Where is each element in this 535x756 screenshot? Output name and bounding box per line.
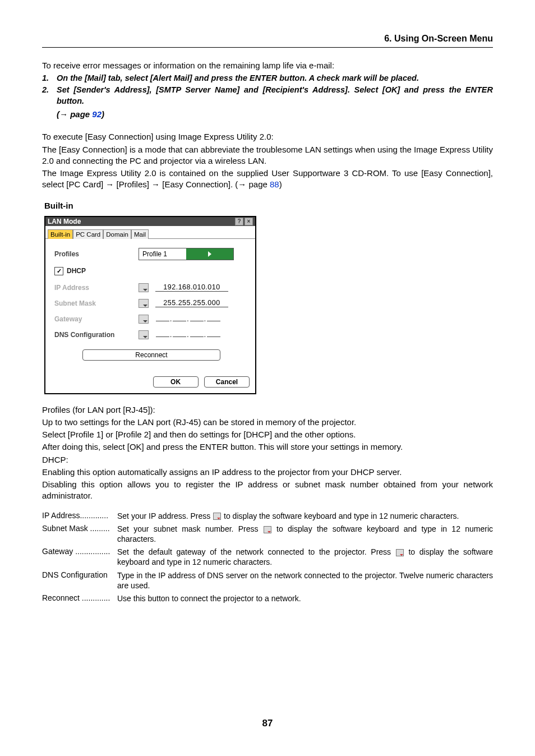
keyboard-icon[interactable]	[139, 330, 149, 339]
page-number: 87	[0, 718, 535, 729]
def-reconnect: Reconnect ............. Use this button …	[42, 593, 493, 603]
dhcp-heading-text: DHCP:	[42, 454, 493, 465]
subnet-label: Subnet Mask	[54, 299, 139, 307]
close-icon[interactable]: ×	[245, 218, 253, 225]
dialog-title-text: LAN Mode	[48, 218, 81, 225]
dns-label: DNS Configuration	[54, 331, 139, 339]
gateway-label: Gateway	[54, 315, 139, 323]
keyboard-icon[interactable]	[139, 299, 149, 308]
profiles-label: Profiles	[54, 250, 139, 258]
builtin-heading: Built-in	[44, 201, 493, 210]
profiles-select[interactable]: Profile 1	[139, 248, 234, 260]
dhcp-checkbox[interactable]	[54, 267, 63, 275]
dhcp-label: DHCP	[67, 267, 86, 275]
chevron-right-icon[interactable]	[186, 248, 233, 260]
easy-conn-cdrom: The Image Express Utility 2.0 is contain…	[42, 168, 493, 191]
def-gateway: Gateway ................ Set the default…	[42, 547, 493, 567]
profiles-line2: Select [Profile 1] or [Profile 2] and th…	[42, 429, 493, 440]
section-header: 6. Using On-Screen Menu	[42, 34, 493, 48]
tab-pccard[interactable]: PC Card	[73, 229, 103, 239]
def-dns: DNS Configuration Type in the IP address…	[42, 570, 493, 591]
easy-conn-intro: To execute [Easy Connection] using Image…	[42, 131, 493, 142]
tab-mail[interactable]: Mail	[131, 229, 149, 239]
lan-mode-dialog: LAN Mode ? × Built-in PC Card Domain Mai…	[44, 216, 256, 394]
keyboard-icon[interactable]	[139, 315, 149, 324]
profiles-heading: Profiles (for LAN port [RJ-45]):	[42, 404, 493, 416]
keyboard-icon[interactable]	[139, 283, 149, 292]
ok-button[interactable]: OK	[153, 376, 199, 388]
ip-label: IP Address	[54, 284, 139, 292]
dhcp-line2: Disabling this option allows you to regi…	[42, 479, 493, 502]
tab-builtin[interactable]: Built-in	[48, 229, 73, 239]
dns-value: ...	[155, 331, 221, 339]
gateway-value: ...	[155, 315, 221, 323]
step-2: 2.Set [Sender's Address], [SMTP Server N…	[42, 84, 493, 107]
keyboard-icon	[264, 526, 271, 533]
cancel-button[interactable]: Cancel	[204, 376, 250, 388]
easy-conn-desc: The [Easy Connection] is a mode that can…	[42, 144, 493, 167]
keyboard-icon	[213, 513, 221, 520]
profiles-value: Profile 1	[139, 250, 186, 258]
keyboard-icon	[396, 549, 404, 556]
page-link-88[interactable]: 88	[270, 179, 279, 189]
ip-value: 192.168.010.010	[155, 283, 228, 292]
intro-line: To receive error messages or information…	[42, 60, 493, 71]
subnet-value: 255.255.255.000	[155, 299, 228, 307]
dhcp-row[interactable]: DHCP	[54, 267, 248, 275]
help-icon[interactable]: ?	[235, 218, 243, 225]
def-subnet: Subnet Mask ......... Set your subnet ma…	[42, 524, 493, 544]
tab-domain[interactable]: Domain	[103, 229, 131, 239]
step-1: 1.On the [Mail] tab, select [Alert Mail]…	[42, 72, 493, 84]
dialog-titlebar: LAN Mode ? ×	[45, 217, 255, 226]
page-ref-line: (→ page 92)	[42, 109, 493, 120]
tab-strip: Built-in PC Card Domain Mail	[45, 226, 255, 239]
profiles-line1: Up to two settings for the LAN port (RJ-…	[42, 417, 493, 428]
reconnect-button[interactable]: Reconnect	[82, 349, 220, 361]
def-ip: IP Address............. Set your IP addr…	[42, 511, 493, 521]
profiles-line3: After doing this, select [OK] and press …	[42, 441, 493, 453]
dhcp-line1: Enabling this option automatically assig…	[42, 467, 493, 478]
